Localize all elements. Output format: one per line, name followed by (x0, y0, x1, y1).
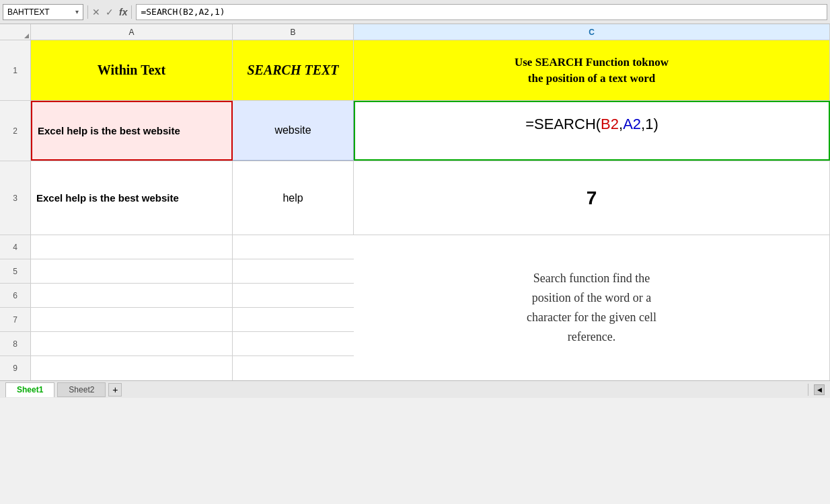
formula-icons: ✕ ✓ fx (92, 7, 127, 17)
row-num-9: 9 (0, 356, 31, 380)
cell-a1[interactable]: Within Text (31, 40, 233, 100)
tab-sheet2[interactable]: Sheet2 (57, 382, 106, 397)
add-sheet-button[interactable]: + (108, 383, 122, 396)
cell-c4-9-merged[interactable]: Search function find the position of the… (354, 235, 830, 380)
row-9: 9 (0, 356, 354, 380)
cell-a9[interactable] (31, 356, 233, 380)
row-num-8: 8 (0, 332, 31, 355)
cell-b7[interactable] (233, 308, 354, 331)
cell-b1[interactable]: SEARCH TEXT (233, 40, 354, 100)
row-4: 4 (0, 235, 354, 259)
tab-sheet1[interactable]: Sheet1 (5, 382, 54, 397)
formula-divider (87, 5, 88, 19)
description-text: Search function find the position of the… (527, 269, 656, 346)
scrollbar-controls: ◀ (808, 384, 825, 396)
cell-b3[interactable]: help (233, 161, 354, 235)
row-num-2: 2 (0, 101, 31, 161)
cell-b6[interactable] (233, 284, 354, 307)
formula-divider-2 (131, 5, 132, 19)
col-header-a[interactable]: A (31, 24, 233, 40)
confirm-icon[interactable]: ✓ (106, 7, 114, 17)
row-num-6: 6 (0, 284, 31, 307)
cell-b2[interactable]: website (233, 101, 354, 161)
cell-c2[interactable]: =SEARCH(B2,A2,1) SEARCH(find_text, withi… (354, 101, 830, 161)
col-header-c[interactable]: C (354, 24, 830, 40)
cell-a5[interactable] (31, 259, 233, 283)
formula-value: =SEARCH(B2,A2,1) (141, 7, 225, 17)
row-6: 6 (0, 284, 354, 308)
cell-a7[interactable] (31, 308, 233, 331)
row-num-7: 7 (0, 308, 31, 331)
cell-a2[interactable]: Excel help is the best website (31, 101, 233, 161)
row-7: 7 (0, 308, 354, 332)
cancel-icon[interactable]: ✕ (92, 7, 100, 17)
cell-a3[interactable]: Excel help is the best website (31, 161, 233, 235)
cell-b9[interactable] (233, 356, 354, 380)
column-headers: A B C (0, 24, 830, 40)
name-box-value: BAHTTEXT (7, 7, 50, 17)
cell-a4[interactable] (31, 235, 233, 259)
corner-header (0, 24, 31, 40)
corner-triangle-icon (24, 34, 29, 38)
formula-c2: =SEARCH(B2,A2,1) (525, 116, 658, 133)
row-3: 3 Excel help is the best website help 7 (0, 161, 830, 235)
row-num-5: 5 (0, 259, 31, 283)
cell-c1[interactable]: Use SEARCH Function toknow the position … (354, 40, 830, 100)
row-2: 2 Excel help is the best website website… (0, 101, 830, 161)
name-box-dropdown[interactable]: ▾ (75, 8, 79, 15)
cell-a8[interactable] (31, 332, 233, 355)
cell-a6[interactable] (31, 284, 233, 307)
row-8: 8 (0, 332, 354, 356)
cell-b8[interactable] (233, 332, 354, 355)
cell-c3[interactable]: 7 (354, 161, 830, 235)
row-num-1: 1 (0, 40, 31, 100)
name-box[interactable]: BAHTTEXT ▾ (3, 4, 83, 20)
cell-b5[interactable] (233, 259, 354, 283)
scrollbar-divider (808, 384, 808, 396)
left-ab-section: 4 5 6 7 8 (0, 235, 354, 380)
spreadsheet: A B C 1 Within Text SEARCH TEXT Use SEAR… (0, 24, 830, 380)
cell-b4[interactable] (233, 235, 354, 259)
row-1: 1 Within Text SEARCH TEXT Use SEARCH Fun… (0, 40, 830, 101)
scroll-left-button[interactable]: ◀ (814, 384, 825, 395)
formula-bar-container: BAHTTEXT ▾ ✕ ✓ fx =SEARCH(B2,A2,1) (0, 0, 830, 24)
bottom-bar: Sheet1 Sheet2 + ◀ (0, 380, 830, 398)
row-5: 5 (0, 259, 354, 284)
fx-icon[interactable]: fx (119, 7, 127, 17)
col-header-b[interactable]: B (233, 24, 354, 40)
row-num-4: 4 (0, 235, 31, 259)
rows-4-9-container: 4 5 6 7 8 (0, 235, 830, 380)
formula-input[interactable]: =SEARCH(B2,A2,1) (136, 4, 827, 20)
row-num-3: 3 (0, 161, 31, 235)
